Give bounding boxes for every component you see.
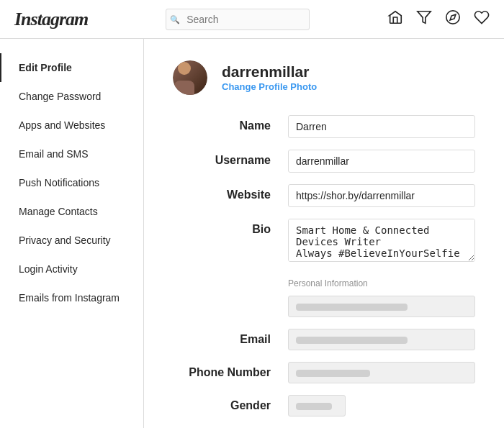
bio-label: Bio [173, 219, 288, 236]
phone-blurred [288, 362, 475, 383]
heart-icon[interactable] [474, 9, 490, 29]
bio-field: Smart Home & Connected Devices Writer Al… [288, 219, 475, 264]
avatar-image [173, 60, 207, 95]
username-row: Username [173, 150, 475, 173]
email-field-wrap [288, 329, 475, 350]
edit-profile-content: darrenmillar Change Profile Photo Name U… [144, 39, 504, 428]
personal-info-blurred-label [173, 296, 288, 300]
search-wrap [166, 9, 310, 30]
phone-label: Phone Number [173, 362, 288, 379]
header: Instagram [0, 0, 504, 39]
name-label: Name [173, 115, 288, 132]
name-row: Name [173, 115, 475, 138]
email-row: Email [173, 329, 475, 350]
search-area [88, 9, 387, 30]
search-input[interactable] [166, 9, 310, 30]
home-icon[interactable] [387, 9, 403, 29]
sidebar-item-push-notifications[interactable]: Push Notifications [0, 168, 143, 197]
avatar-head [178, 62, 191, 75]
sidebar-item-emails-instagram[interactable]: Emails from Instagram [0, 283, 143, 312]
sidebar-item-manage-contacts[interactable]: Manage Contacts [0, 197, 143, 226]
sidebar-item-email-sms[interactable]: Email and SMS [0, 140, 143, 168]
sidebar-item-privacy-security[interactable]: Privacy and Security [0, 226, 143, 255]
svg-point-1 [446, 11, 459, 24]
svg-marker-2 [450, 14, 456, 20]
email-label: Email [173, 329, 288, 346]
gender-label: Gender [173, 395, 288, 412]
website-input[interactable] [288, 184, 475, 207]
explore-icon[interactable] [445, 9, 461, 29]
personal-info-blurred-row [173, 296, 475, 317]
name-input[interactable] [288, 115, 475, 138]
profile-header: darrenmillar Change Profile Photo [173, 60, 475, 95]
personal-info-blurred [288, 296, 475, 317]
email-blurred-bar [296, 337, 408, 344]
website-row: Website [173, 184, 475, 207]
bio-textarea[interactable]: Smart Home & Connected Devices Writer Al… [288, 219, 475, 262]
username-label: Username [173, 150, 288, 167]
sidebar-item-edit-profile[interactable]: Edit Profile [0, 53, 143, 82]
phone-field-wrap [288, 362, 475, 383]
website-label: Website [173, 184, 288, 201]
sidebar-item-login-activity[interactable]: Login Activity [0, 255, 143, 283]
email-blurred [288, 329, 475, 350]
gender-row: Gender [173, 395, 475, 416]
instagram-logo: Instagram [14, 9, 88, 30]
username-field [288, 150, 475, 173]
activity-icon[interactable] [416, 9, 432, 29]
gender-field-wrap [288, 395, 475, 416]
username-input[interactable] [288, 150, 475, 173]
gender-blurred-bar [296, 403, 332, 410]
personal-info-blurred-field [288, 296, 475, 317]
sidebar-item-apps-websites[interactable]: Apps and Websites [0, 111, 143, 140]
sidebar: Edit Profile Change Password Apps and We… [0, 39, 144, 428]
phone-row: Phone Number [173, 362, 475, 383]
profile-identity: darrenmillar Change Profile Photo [222, 63, 317, 92]
phone-blurred-bar [296, 370, 370, 377]
personal-info-heading: Personal Information [288, 278, 475, 288]
gender-blurred [288, 395, 346, 416]
header-icons [387, 9, 490, 29]
main-container: Edit Profile Change Password Apps and We… [0, 39, 504, 428]
svg-marker-0 [418, 12, 431, 24]
avatar [173, 60, 207, 95]
avatar-body [174, 81, 194, 95]
change-photo-link[interactable]: Change Profile Photo [222, 81, 317, 92]
website-field [288, 184, 475, 207]
sidebar-item-change-password[interactable]: Change Password [0, 82, 143, 111]
profile-username: darrenmillar [222, 63, 317, 81]
bio-row: Bio Smart Home & Connected Devices Write… [173, 219, 475, 264]
name-field [288, 115, 475, 138]
blurred-bar [296, 304, 408, 311]
